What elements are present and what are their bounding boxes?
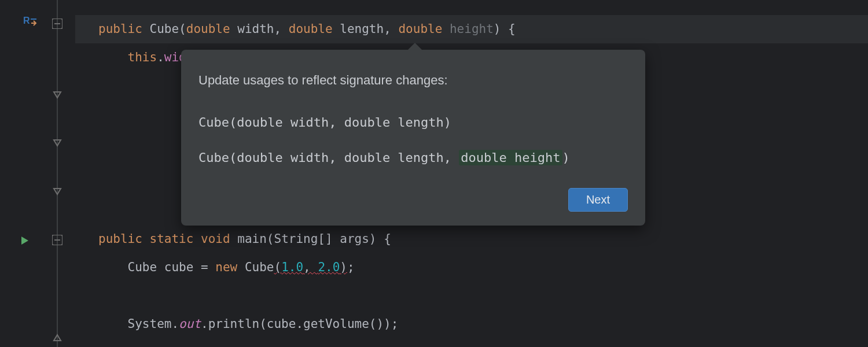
number: 1.0 — [281, 260, 303, 274]
param: width — [237, 22, 274, 36]
fold-toggle-icon[interactable] — [52, 19, 62, 29]
punct: ( — [179, 22, 186, 36]
code-line[interactable]: public static void main(String[] args) { — [75, 225, 868, 253]
code-line[interactable]: public Cube(double width, double length,… — [75, 15, 868, 43]
param: height — [450, 22, 494, 36]
keyword: double — [289, 22, 333, 36]
svg-rect-5 — [54, 239, 60, 241]
svg-rect-3 — [54, 23, 60, 24]
keyword: static — [150, 232, 194, 246]
code-line[interactable]: System.out.println(cube.getVolume()); — [75, 310, 868, 338]
fold-toggle-icon[interactable] — [52, 186, 62, 197]
popup-title: Update usages to reflect signature chang… — [198, 66, 628, 94]
fold-toggle-icon[interactable] — [52, 333, 62, 343]
signature-old: Cube(double width, double length) — [198, 108, 628, 136]
svg-text:R: R — [23, 16, 30, 25]
static-field: out — [179, 317, 201, 331]
code-line[interactable]: } — [75, 338, 868, 347]
number: 2.0 — [318, 260, 340, 274]
refactor-icon[interactable]: R — [23, 15, 37, 31]
code-editor: R public Cube(double width, — [0, 0, 868, 347]
code-line[interactable]: Cube cube = new Cube(1.0, 2.0); — [75, 253, 868, 282]
fold-toggle-icon[interactable] — [52, 235, 62, 245]
type-name: Cube — [150, 22, 179, 36]
popup-button-row: Next — [198, 188, 628, 212]
svg-rect-1 — [31, 19, 36, 20]
signature-added-param: double height — [459, 150, 562, 165]
punct: ) { — [494, 22, 516, 36]
error-underline: (1.0, 2.0) — [274, 260, 347, 274]
keyword: new — [215, 260, 237, 274]
keyword: double — [186, 22, 230, 36]
param: length — [340, 22, 384, 36]
method-name: main — [237, 232, 267, 246]
keyword: public — [98, 232, 142, 246]
code-line[interactable] — [75, 282, 868, 310]
refactor-popup: Update usages to reflect signature chang… — [181, 50, 645, 226]
fold-guide-line — [57, 0, 58, 347]
keyword: public — [98, 22, 142, 36]
code-area[interactable]: public Cube(double width, double length,… — [75, 0, 868, 347]
keyword: this — [128, 50, 157, 64]
gutter: R — [0, 0, 75, 347]
signature-new: Cube(double width, double length, double… — [198, 143, 628, 172]
keyword: void — [201, 232, 230, 246]
next-button[interactable]: Next — [568, 188, 628, 212]
fold-toggle-icon[interactable] — [52, 90, 62, 100]
fold-toggle-icon[interactable] — [52, 138, 62, 148]
run-icon[interactable] — [20, 235, 30, 249]
keyword: double — [398, 22, 442, 36]
